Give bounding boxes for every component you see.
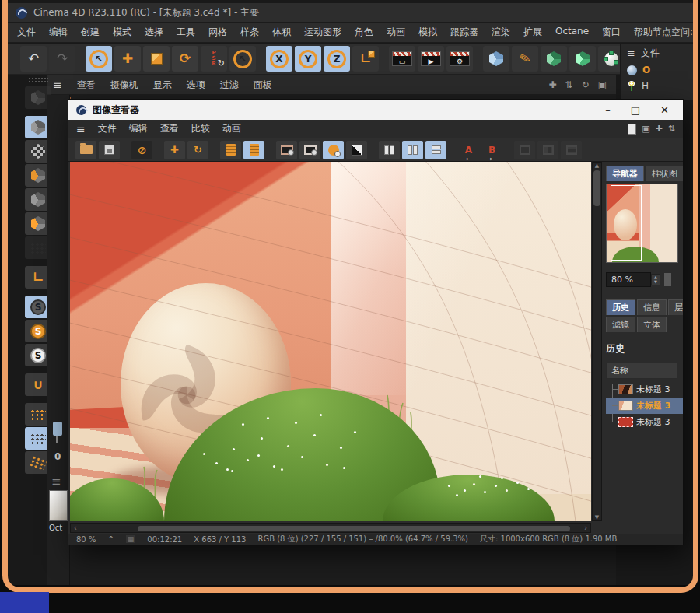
rotate-button[interactable]: ⟳ (172, 46, 198, 72)
object-manager-file-menu[interactable]: 文件 (641, 47, 660, 60)
show-multipass-button[interactable] (323, 141, 344, 159)
lock-z-button[interactable]: Z (324, 46, 350, 72)
tab-layer[interactable]: 层 (668, 299, 683, 315)
dock-icon[interactable]: ▣ (642, 124, 649, 134)
viewport-menu-icon[interactable]: ≡ (53, 79, 62, 90)
zoom-value-field[interactable]: 80 % (606, 272, 651, 287)
picture-viewer-titlebar[interactable]: 图像查看器 – □ ✕ (68, 100, 683, 120)
tab-navigator[interactable]: 导航器 (606, 166, 644, 181)
pan-view-icon[interactable]: ✚ (548, 79, 556, 90)
history-item[interactable]: 未标题 3 (606, 381, 683, 398)
status-zoom[interactable]: 80 % (76, 535, 96, 544)
history-item-selected[interactable]: 未标题 3 (606, 398, 683, 414)
pv-menu-item[interactable]: 比较 (191, 122, 210, 135)
object-manager-menu-icon[interactable]: ≡ (627, 48, 635, 58)
pv-menu-icon[interactable]: ≡ (76, 124, 86, 135)
viewport-menu-item[interactable]: 查看 (77, 79, 96, 92)
pv-menu-item[interactable]: 动画 (222, 122, 241, 135)
render-settings-button[interactable]: ⚙ (446, 46, 473, 72)
viewport-menu-item[interactable]: 过滤 (220, 79, 239, 92)
menu-item[interactable]: Octane (555, 26, 589, 39)
float-window-icon[interactable]: ⇅ (668, 124, 675, 134)
menu-item[interactable]: 渲染 (492, 26, 510, 39)
history-item[interactable]: 未标题 3 (606, 414, 683, 430)
abort-render-button[interactable]: ⊘ (131, 141, 152, 159)
pan-image-button[interactable]: ✚ (164, 141, 185, 159)
subdivision-surface-button[interactable] (541, 46, 567, 72)
pv-menu-item[interactable]: 编辑 (129, 122, 148, 135)
render-image[interactable] (70, 162, 591, 521)
zoom-scrollbar[interactable] (664, 273, 671, 286)
menu-item[interactable]: 选择 (145, 26, 163, 39)
layers-list-button[interactable] (243, 141, 264, 159)
tab-filter[interactable]: 滤镜 (606, 317, 635, 332)
menu-item[interactable]: 跟踪器 (450, 26, 478, 39)
object-row[interactable]: O (621, 61, 693, 77)
navigator-view-rect[interactable] (611, 185, 642, 261)
navigator-thumbnail[interactable] (606, 184, 678, 263)
layers-button[interactable] (220, 141, 241, 159)
viewport-menu-item[interactable]: 摄像机 (110, 79, 138, 92)
tab-stereo[interactable]: 立体 (637, 317, 667, 332)
show-image-button[interactable] (276, 141, 297, 159)
maximize-button[interactable]: □ (631, 104, 640, 116)
slider-knob-icon[interactable] (53, 422, 62, 436)
render-to-picture-viewer-button[interactable]: ▶ (418, 46, 444, 72)
status-caret-icon[interactable]: ^ (107, 535, 114, 544)
menu-item[interactable]: 体积 (272, 26, 291, 39)
lock-y-button[interactable]: Y (295, 46, 321, 72)
viewport-menu-item[interactable]: 显示 (153, 79, 172, 92)
spline-pen-button[interactable]: ✎ (512, 46, 538, 72)
close-button[interactable]: ✕ (660, 104, 669, 116)
viewport-menu-item[interactable]: 选项 (187, 79, 205, 92)
menu-item[interactable]: 角色 (355, 26, 373, 39)
thumb-view-button[interactable] (561, 141, 582, 159)
menu-item[interactable]: 编辑 (49, 26, 68, 39)
menu-item[interactable]: 样条 (240, 26, 259, 39)
set-compare-a-button[interactable]: A (458, 141, 479, 159)
render-view-button[interactable]: ▭ (389, 46, 415, 72)
minimize-button[interactable]: – (605, 104, 611, 116)
add-primitive-cube-button[interactable] (483, 46, 509, 72)
pv-menu-item[interactable]: 文件 (98, 122, 117, 135)
history-name-header[interactable]: 名称 (606, 363, 677, 379)
menu-item[interactable]: 运动图形 (304, 26, 341, 39)
grid-view-button[interactable] (537, 141, 558, 159)
zoom-image-button[interactable]: ↻ (187, 141, 208, 159)
zoom-stepper[interactable]: ▲▼ (651, 274, 660, 285)
tab-histogram[interactable]: 柱状图 (646, 166, 683, 181)
vertical-scrollbar[interactable]: ▲ ▼ (592, 162, 602, 521)
move-window-icon[interactable]: ✚ (656, 124, 663, 134)
selection-tool-button[interactable]: ↖ (229, 46, 256, 72)
menu-item[interactable]: 模式 (113, 26, 131, 39)
scale-button[interactable] (143, 46, 170, 72)
compare-vertical-button[interactable] (402, 141, 423, 159)
viewport-menu-item[interactable]: 面板 (254, 79, 272, 92)
split-compare-button[interactable] (346, 141, 367, 159)
coordinate-system-button[interactable]: ∟ (352, 46, 379, 72)
set-compare-b-button[interactable]: B (481, 141, 502, 159)
pv-menu-item[interactable]: 查看 (160, 122, 179, 135)
vertical-scroll-thumb[interactable] (593, 170, 600, 206)
menu-item[interactable]: 帮助 (634, 26, 653, 39)
tab-info[interactable]: 信息 (637, 299, 667, 315)
maximize-view-icon[interactable]: ▣ (598, 79, 607, 90)
menu-item[interactable]: 文件 (17, 26, 36, 39)
palette-drag-handle[interactable] (28, 77, 48, 83)
scroll-up-icon[interactable]: ▲ (595, 163, 599, 169)
menu-item[interactable]: 动画 (387, 26, 405, 39)
psr-button[interactable]: PSR ↻ (201, 46, 227, 72)
move-button[interactable]: ✚ (114, 46, 141, 72)
open-image-button[interactable] (75, 141, 96, 159)
panel-layout-icon[interactable] (628, 124, 636, 135)
scroll-left-icon[interactable]: ‹ (71, 524, 80, 532)
menu-item[interactable]: 扩展 (523, 26, 542, 39)
menu-item[interactable]: 创建 (81, 26, 100, 39)
show-alpha-button[interactable] (299, 141, 320, 159)
dual-view-button[interactable] (514, 141, 535, 159)
horizontal-scrollbar[interactable]: ‹ › (70, 523, 591, 533)
menu-item[interactable]: 模拟 (418, 26, 437, 39)
save-image-button[interactable] (99, 141, 120, 159)
redo-button[interactable]: ↷ (49, 46, 75, 72)
horizontal-scroll-thumb[interactable] (138, 526, 570, 531)
